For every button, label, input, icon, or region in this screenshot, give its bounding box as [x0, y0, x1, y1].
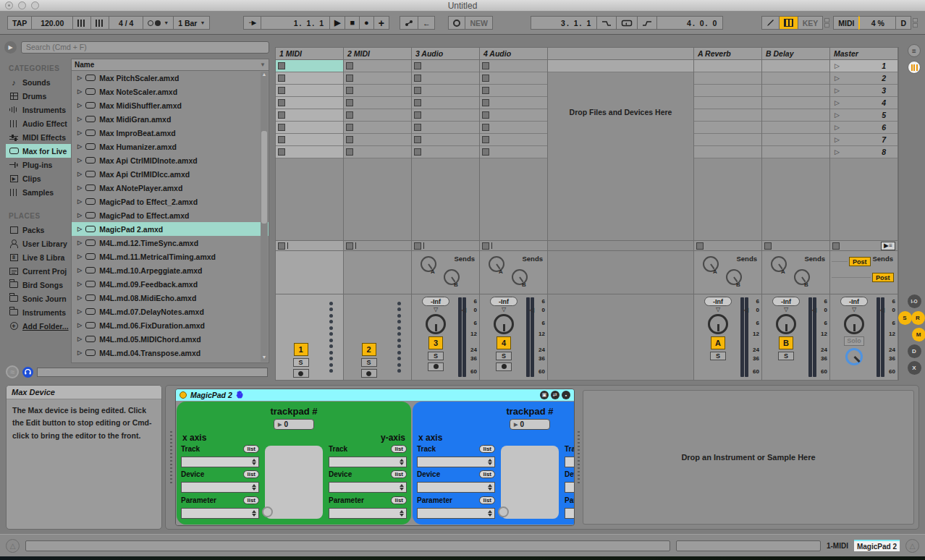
track-title-a-reverb[interactable]: A Reverb — [694, 48, 761, 60]
stepper-arrows-icon[interactable] — [488, 459, 492, 465]
stepper-arrows-icon[interactable] — [488, 510, 492, 517]
track-activator-button[interactable]: 3 — [428, 336, 443, 349]
parameter-select[interactable] — [329, 508, 407, 519]
play-button[interactable]: ▶ — [329, 16, 345, 30]
file-row[interactable]: ▷M4L.md.07.DelayNotes.amxd — [72, 305, 269, 318]
clip-stop-row[interactable] — [694, 240, 761, 251]
clip-slot[interactable] — [694, 134, 761, 146]
current-device-chip[interactable]: MagicPad 2 — [854, 540, 900, 551]
stepper-arrows-icon[interactable] — [400, 510, 404, 517]
stepper-arrows-icon[interactable] — [488, 484, 492, 491]
tempo-field[interactable]: 120.00 — [31, 16, 73, 30]
volume-knob[interactable] — [426, 314, 446, 334]
clip-slot[interactable] — [276, 97, 343, 109]
disclosure-triangle-icon[interactable]: ▷ — [77, 349, 82, 356]
nudge-up-button[interactable] — [90, 16, 109, 30]
clip-slot[interactable] — [344, 72, 411, 85]
disclosure-triangle-icon[interactable]: ▷ — [77, 157, 82, 164]
track-select[interactable] — [565, 457, 575, 467]
sidebar-item-live-8-libra[interactable]: 8Live 8 Libra — [6, 250, 71, 264]
list-button[interactable]: list — [391, 496, 407, 504]
clip-slot[interactable] — [344, 97, 411, 109]
io-section-toggle[interactable]: I-O — [908, 294, 921, 308]
disclosure-triangle-icon[interactable]: ▷ — [77, 336, 82, 342]
file-row[interactable]: ▷MagicPad 2.amxd — [72, 222, 269, 236]
disclosure-triangle-icon[interactable]: ▷ — [77, 281, 82, 287]
preview-scrub-bar[interactable] — [37, 368, 268, 377]
solo-button[interactable]: S — [710, 352, 726, 360]
scroll-up-icon[interactable]: ▲ — [261, 72, 268, 79]
sidebar-item-plug-ins[interactable]: Plug-ins — [6, 158, 71, 171]
track-title-4-audio[interactable]: 4 Audio — [480, 48, 547, 60]
device-select[interactable] — [329, 482, 407, 493]
track-activator-button[interactable]: 4 — [497, 336, 511, 349]
disclosure-triangle-icon[interactable]: ▷ — [77, 267, 82, 273]
disclosure-triangle-icon[interactable]: ▷ — [77, 294, 82, 301]
disclosure-triangle-icon[interactable]: ▷ — [77, 116, 82, 122]
pan-arrow-icon[interactable]: ▽ — [852, 308, 856, 312]
browser-fold-button[interactable]: ▶ — [4, 41, 17, 54]
track-delay-toggle[interactable]: D — [908, 344, 921, 358]
pan-arrow-icon[interactable]: ▽ — [716, 308, 720, 312]
overview-button[interactable] — [908, 61, 921, 74]
scene-3[interactable]: ▷3 — [830, 85, 897, 97]
parameter-select[interactable] — [181, 508, 259, 519]
instrument-drop-area[interactable]: Drop an Instrument or Sample Here — [583, 390, 914, 525]
trackpad-number-box[interactable]: ▶0 — [274, 419, 314, 430]
scrollbar-thumb[interactable] — [261, 131, 267, 224]
disclosure-triangle-icon[interactable]: ▷ — [77, 226, 82, 232]
disclosure-triangle-icon[interactable]: ▷ — [77, 253, 82, 260]
list-button[interactable]: list — [391, 470, 407, 478]
loop-start-field[interactable]: 3. 1. 1 — [531, 16, 597, 30]
list-button[interactable]: list — [243, 445, 259, 453]
arrangement-position-field[interactable]: 1. 1. 1 — [261, 16, 330, 30]
scene-8[interactable]: ▷8 — [830, 146, 897, 158]
file-row[interactable]: ▷Max ANotePlayer.amxd — [72, 181, 269, 195]
track-title-b-delay[interactable]: B Delay — [762, 48, 829, 60]
show-info-toggle[interactable]: △ — [6, 539, 20, 553]
scene-launch-icon[interactable]: ▷ — [835, 75, 840, 82]
sort-arrow-icon[interactable]: ▼ — [260, 61, 266, 68]
volume-display[interactable]: -Inf — [840, 297, 868, 306]
new-scene-button[interactable]: NEW — [465, 16, 493, 30]
clip-slot[interactable] — [480, 134, 547, 146]
clip-slot[interactable] — [276, 72, 343, 85]
disclosure-triangle-icon[interactable]: ▷ — [77, 88, 82, 95]
crossfader-toggle[interactable]: X — [908, 361, 921, 375]
cue-volume-knob[interactable] — [845, 348, 863, 365]
scroll-down-icon[interactable]: ▼ — [261, 355, 268, 362]
track-activator-button[interactable]: B — [779, 336, 793, 349]
solo-button[interactable]: S — [428, 352, 444, 360]
clip-slot[interactable] — [694, 85, 761, 97]
max-edit-button[interactable]: ▣ — [540, 391, 549, 399]
save-preset-icon[interactable]: ▪ — [562, 391, 570, 399]
clip-slot[interactable] — [412, 134, 479, 146]
sends-section-toggle[interactable]: S — [898, 311, 912, 325]
sidebar-item-midi-effects[interactable]: MIDI Effects — [6, 130, 71, 144]
stepper-arrows-icon[interactable] — [400, 459, 404, 465]
clip-slot[interactable] — [412, 97, 479, 109]
list-button[interactable]: list — [479, 445, 495, 453]
list-button[interactable]: list — [479, 496, 495, 504]
file-row[interactable]: ▷Max ImproBeat.amxd — [72, 126, 269, 140]
solo-button[interactable]: S — [293, 358, 309, 367]
clip-slot[interactable] — [762, 109, 829, 122]
sidebar-item-samples[interactable]: Samples — [6, 185, 71, 199]
scene-launch-icon[interactable]: ▷ — [835, 148, 840, 156]
midi-map-button[interactable]: MIDI — [833, 16, 859, 30]
trackpad-cursor[interactable] — [498, 506, 509, 517]
list-button[interactable]: list — [391, 445, 407, 453]
volume-knob[interactable] — [494, 314, 514, 334]
stop-all-clips-button[interactable]: ▶≡ — [881, 242, 895, 250]
scene-launch-icon[interactable]: ▷ — [835, 99, 840, 106]
clip-slot[interactable] — [694, 146, 761, 158]
metronome-button[interactable]: ▼ — [143, 16, 174, 30]
clip-stop-row[interactable] — [762, 240, 829, 251]
sidebar-item-add-folder-[interactable]: +Add Folder... — [6, 319, 71, 333]
overdub-button[interactable]: + — [373, 16, 389, 30]
file-row[interactable]: ▷Max MidiShuffler.amxd — [72, 98, 269, 112]
solo-button[interactable]: S — [496, 352, 512, 360]
mixer-section-toggle[interactable]: M — [912, 328, 925, 341]
arm-record-button[interactable] — [496, 362, 512, 371]
sidebar-item-sounds[interactable]: ♪Sounds — [6, 75, 71, 89]
